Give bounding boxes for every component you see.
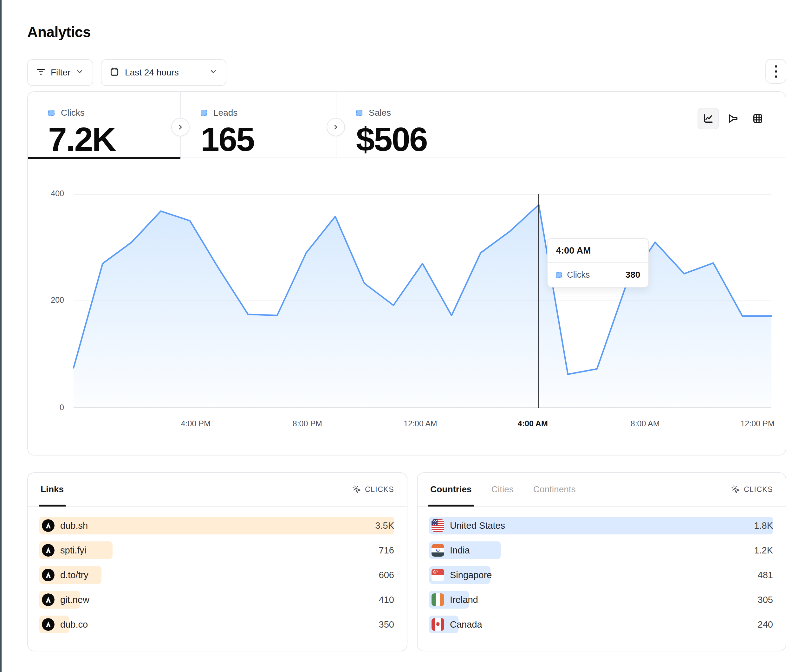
table-grid-icon — [752, 113, 764, 124]
metric-tab-label: Sales — [369, 108, 391, 118]
links-list: dub.sh 3.5K spti.fyi 716 — [39, 517, 394, 640]
country-row[interactable]: United States 1.8K — [429, 517, 773, 534]
geo-tab[interactable]: Countries — [430, 473, 472, 506]
tooltip-value: 380 — [626, 270, 640, 280]
metric-tab[interactable]: Leads 165 — [181, 92, 336, 158]
y-axis-tick: 400 — [39, 189, 64, 198]
link-label: dub.co — [60, 619, 88, 630]
country-row[interactable]: India 1.2K — [429, 541, 773, 559]
metric-legend-swatch-icon — [201, 110, 207, 116]
dub-logo-icon — [42, 594, 55, 606]
x-axis-tick: 4:00 PM — [181, 419, 210, 428]
metric-tab-label: Leads — [213, 108, 237, 118]
x-axis: 4:00 PM 8:00 PM 12:00 AM 4:00 AM 8:00 AM… — [73, 419, 771, 432]
link-row[interactable]: d.to/try 606 — [39, 566, 394, 584]
dub-logo-icon — [42, 519, 55, 532]
country-flag-icon — [432, 569, 444, 582]
kebab-icon — [775, 65, 777, 68]
countries-list: United States 1.8K India 1.2K Singapore … — [429, 517, 773, 640]
chevron-right-icon — [177, 123, 184, 131]
date-range-button[interactable]: Last 24 hours — [101, 59, 226, 86]
country-row[interactable]: Ireland 305 — [429, 591, 773, 609]
y-axis-tick: 0 — [39, 403, 64, 412]
window-edge-strip — [0, 0, 2, 672]
geo-tab[interactable]: Cities — [491, 473, 513, 506]
filter-icon — [36, 67, 46, 78]
link-label: spti.fyi — [60, 545, 86, 556]
table-view-toggle-button[interactable] — [747, 108, 769, 129]
geo-tab[interactable]: Continents — [533, 473, 576, 506]
filter-button-label: Filter — [51, 68, 70, 78]
link-label: git.new — [60, 595, 89, 605]
tab-links[interactable]: Links — [41, 473, 64, 506]
country-label: Ireland — [450, 595, 478, 605]
country-label: Canada — [450, 619, 482, 630]
metric-tab-value: 165 — [201, 122, 336, 156]
link-label: d.to/try — [60, 570, 89, 580]
more-options-button[interactable] — [765, 59, 786, 84]
expand-sales-button[interactable] — [327, 118, 345, 136]
metric-tabs: Clicks 7.2K Leads 165 Sales — [28, 92, 786, 158]
tooltip-series-name: Clicks — [567, 270, 620, 280]
metric-legend-swatch-icon — [356, 110, 362, 116]
link-clicks-value: 3.5K — [375, 520, 394, 531]
line-chart-icon — [703, 113, 714, 124]
country-clicks-value: 305 — [758, 595, 773, 605]
country-clicks-value: 1.8K — [754, 520, 773, 531]
cursor-click-icon — [731, 485, 740, 494]
links-panel-header: Links CLICKS — [28, 473, 407, 507]
metric-tab-label: Clicks — [61, 108, 85, 118]
dub-logo-icon — [42, 618, 55, 631]
country-row[interactable]: Canada 240 — [429, 616, 773, 633]
chart-canvas — [73, 194, 771, 408]
link-row[interactable]: dub.co 350 — [39, 616, 394, 633]
link-row[interactable]: dub.sh 3.5K — [39, 517, 394, 534]
funnel-chart-icon — [727, 113, 739, 124]
expand-leads-button[interactable] — [171, 118, 189, 136]
country-flag-icon — [432, 544, 444, 557]
link-clicks-value: 716 — [379, 545, 394, 556]
metric-tab-value: 7.2K — [48, 122, 181, 156]
country-row[interactable]: Singapore 481 — [429, 566, 773, 584]
link-clicks-value: 350 — [379, 619, 394, 630]
link-row[interactable]: spti.fyi 716 — [39, 541, 394, 559]
country-flag-icon — [432, 594, 444, 606]
x-axis-tick: 12:00 AM — [404, 419, 437, 428]
filter-button[interactable]: Filter — [27, 59, 93, 86]
country-label: India — [450, 545, 470, 556]
country-flag-icon — [432, 618, 444, 631]
date-range-label: Last 24 hours — [125, 68, 179, 78]
link-row[interactable]: git.new 410 — [39, 591, 394, 609]
metric-legend-swatch-icon — [48, 110, 55, 116]
x-axis-tick: 12:00 PM — [740, 419, 774, 428]
geo-clicks-sort-header[interactable]: CLICKS — [731, 485, 773, 494]
country-clicks-value: 1.2K — [754, 545, 773, 556]
country-clicks-value: 240 — [758, 619, 773, 630]
link-bar — [39, 517, 394, 534]
country-flag-icon — [432, 519, 444, 532]
y-axis-tick: 200 — [39, 295, 64, 305]
link-clicks-value: 410 — [379, 595, 394, 605]
clicks-area-chart[interactable]: 4:00 AM Clicks 380 — [73, 194, 771, 408]
links-clicks-sort-header[interactable]: CLICKS — [352, 485, 394, 494]
country-label: United States — [450, 520, 505, 531]
funnel-chart-toggle-button[interactable] — [722, 108, 744, 129]
x-axis-tick: 4:00 AM — [518, 419, 548, 428]
tooltip-legend-swatch-icon — [556, 272, 562, 278]
link-label: dub.sh — [60, 520, 88, 531]
chart-tooltip: 4:00 AM Clicks 380 — [547, 238, 649, 288]
metric-tab[interactable]: Sales $506 — [336, 92, 501, 158]
dub-logo-icon — [42, 544, 55, 557]
x-axis-tick: 8:00 PM — [293, 419, 322, 428]
page-title: Analytics — [27, 24, 91, 41]
chart-hover-line — [538, 194, 539, 408]
line-chart-toggle-button[interactable] — [698, 108, 719, 129]
chevron-down-icon — [75, 68, 84, 78]
chevron-down-icon — [209, 68, 218, 78]
country-clicks-value: 481 — [758, 570, 773, 580]
links-panel: Links CLICKS dub.sh 3.5K — [27, 472, 408, 652]
metric-tab[interactable]: Clicks 7.2K — [28, 92, 181, 158]
country-label: Singapore — [450, 570, 492, 580]
chart-type-toggles — [698, 108, 769, 129]
metric-tab-value: $506 — [356, 122, 501, 156]
